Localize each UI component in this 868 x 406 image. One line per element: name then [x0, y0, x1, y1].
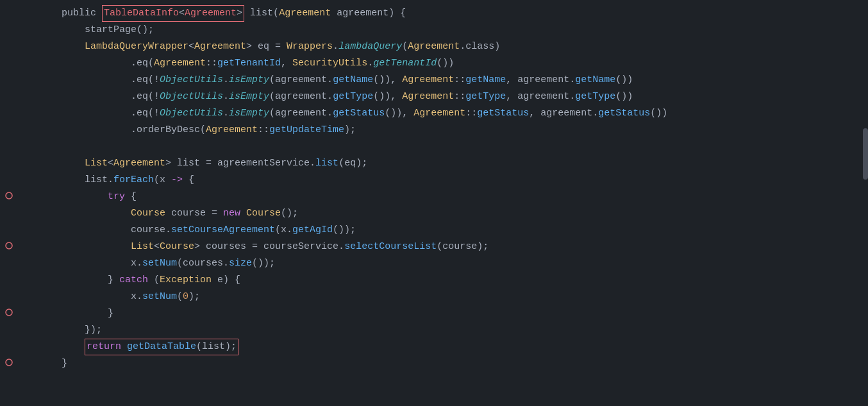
code-line: .orderByDesc(Agreement::getUpdateTime); — [38, 122, 868, 139]
code-line: x.setNum(courses.size()); — [38, 255, 868, 272]
code-line: .eq(Agreement::getTenantId, SecurityUtil… — [38, 55, 868, 72]
code-line: public TableDataInfo<Agreement> list(Agr… — [38, 5, 868, 22]
code-line: x.setNum(0); — [38, 289, 868, 305]
code-line: }); — [38, 322, 868, 339]
code-line-empty — [38, 139, 868, 155]
code-line: list.forEach(x -> { — [38, 172, 868, 189]
code-line: .eq(!ObjectUtils.isEmpty(agreement.getNa… — [38, 72, 868, 89]
code-line: } — [38, 355, 868, 372]
breakpoint-icon[interactable] — [5, 190, 13, 205]
svg-point-2 — [6, 309, 12, 316]
svg-point-0 — [6, 192, 12, 199]
code-line: .eq(!ObjectUtils.isEmpty(agreement.getSt… — [38, 105, 868, 122]
breakpoint-icon-2[interactable] — [5, 240, 13, 255]
code-line: startPage(); — [38, 22, 868, 38]
code-line: Course course = new Course(); — [38, 205, 868, 222]
code-editor: public TableDataInfo<Agreement> list(Agr… — [0, 0, 868, 406]
scrollbar[interactable] — [863, 128, 868, 180]
breakpoint-icon-4[interactable] — [5, 357, 13, 372]
code-line: } — [38, 305, 868, 322]
code-line: course.setCourseAgreement(x.getAgId()); — [38, 222, 868, 239]
code-line: List<Agreement> list = agreementService.… — [38, 155, 868, 172]
code-line: } catch (Exception e) { — [38, 272, 868, 289]
code-line: try { — [38, 189, 868, 205]
code-line: List<Course> courses = courseService.sel… — [38, 239, 868, 255]
svg-point-1 — [6, 242, 12, 249]
svg-point-3 — [6, 359, 12, 366]
code-line: return getDataTable(list); — [38, 339, 868, 355]
code-line: LambdaQueryWrapper<Agreement> eq = Wrapp… — [38, 38, 868, 55]
breakpoint-icon-3[interactable] — [5, 307, 13, 322]
code-line: .eq(!ObjectUtils.isEmpty(agreement.getTy… — [38, 89, 868, 105]
